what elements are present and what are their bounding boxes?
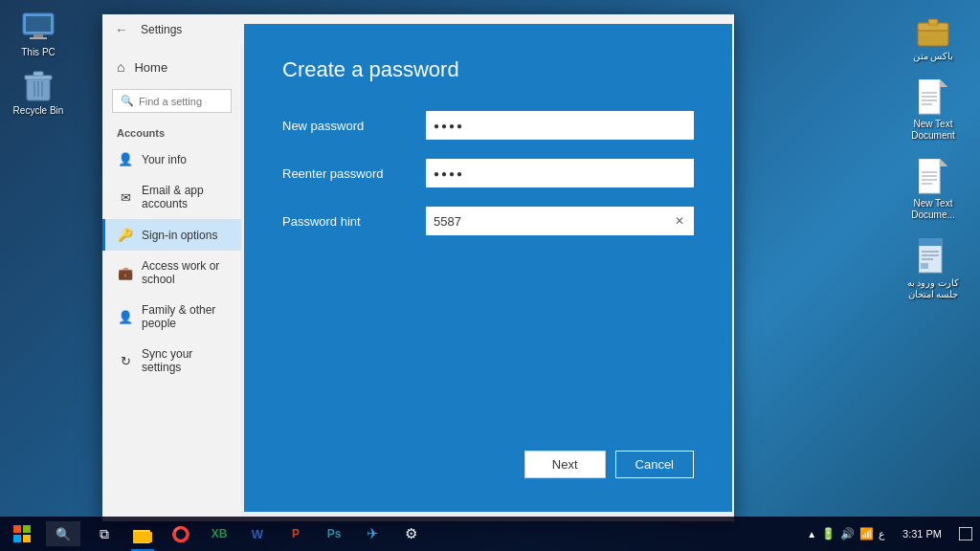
exam-card-icon[interactable]: کارت ورود به جلسه امتحان	[896, 234, 970, 304]
home-label: Home	[134, 60, 167, 75]
taskbar-settings-app[interactable]: ⚙	[391, 517, 430, 551]
new-password-label: New password	[282, 119, 426, 133]
sync-icon: ↻	[117, 354, 134, 368]
svg-rect-41	[959, 527, 972, 540]
reenter-password-label: Reenter password	[282, 166, 426, 181]
file-explorer-icon	[133, 524, 152, 543]
dialog-buttons: Next Cancel	[282, 451, 694, 478]
back-button[interactable]: ←	[110, 18, 133, 41]
svg-rect-5	[25, 76, 52, 79]
taskbar-ps[interactable]: Ps	[315, 517, 353, 551]
sidebar-search[interactable]: 🔍	[112, 89, 232, 113]
your-info-icon: 👤	[117, 152, 134, 166]
sign-in-icon: 🔑	[117, 228, 134, 242]
create-password-dialog: Create a password New password ●●●● Reen…	[244, 24, 732, 512]
taskbar-search-icon: 🔍	[56, 527, 71, 541]
password-hint-label: Password hint	[282, 214, 426, 229]
next-button[interactable]: Next	[524, 451, 606, 478]
svg-rect-1	[26, 16, 51, 32]
taskbar-word[interactable]: W	[238, 517, 277, 551]
dialog-title: Create a password	[282, 57, 694, 82]
text-doc-2-icon[interactable]: New Text Docume...	[896, 155, 970, 225]
taskbar-task-view[interactable]: ⧉	[85, 517, 123, 551]
taskbar-right: ▲ 🔋 🔊 📶 ع 3:31 PM	[799, 517, 980, 551]
text-doc-1-label: New Text Document	[900, 119, 967, 142]
start-button[interactable]	[0, 517, 44, 551]
new-password-input[interactable]: ●●●●	[426, 111, 694, 140]
reenter-password-group: Reenter password ●●●●	[282, 159, 694, 187]
hint-clear-button[interactable]: ✕	[670, 212, 689, 230]
desktop-icons-left: This PC Recycle Bin	[10, 10, 67, 117]
sidebar-item-sync-settings[interactable]: ↻ Sync your settings	[102, 339, 241, 383]
windows-logo-icon	[13, 525, 31, 542]
svg-rect-35	[23, 525, 31, 533]
reenter-password-input[interactable]: ●●●●	[426, 159, 694, 187]
svg-rect-3	[30, 37, 47, 39]
sidebar-item-sign-in-options[interactable]: 🔑 Sign-in options	[102, 219, 241, 251]
search-input[interactable]	[139, 96, 223, 107]
settings-title: Settings	[141, 23, 182, 36]
cancel-button[interactable]: Cancel	[615, 451, 694, 478]
svg-rect-6	[33, 72, 43, 76]
volume-icon: 🔊	[840, 527, 855, 540]
lang-icon: ع	[879, 528, 885, 540]
sidebar-item-email-app-accounts[interactable]: ✉ Email & app accounts	[102, 175, 241, 219]
sidebar-item-home[interactable]: ⌂ Home	[102, 50, 241, 84]
notification-icon	[959, 527, 972, 540]
text-doc-1-icon[interactable]: New Text Document	[896, 76, 970, 145]
svg-rect-40	[133, 532, 152, 542]
recycle-bin-icon[interactable]: Recycle Bin	[10, 68, 67, 117]
family-label: Family & other people	[142, 303, 227, 330]
taskbar-apps: ⧉ ⭕ XB W P Ps ✈ ⚙	[85, 517, 430, 551]
recycle-bin-label: Recycle Bin	[13, 105, 64, 117]
home-icon: ⌂	[117, 59, 124, 75]
reenter-password-dots: ●●●●	[434, 168, 464, 179]
sync-label: Sync your settings	[142, 347, 227, 374]
svg-rect-37	[23, 535, 31, 542]
svg-rect-34	[13, 525, 21, 533]
taskbar-search[interactable]: 🔍	[46, 521, 80, 546]
svg-rect-33	[921, 263, 928, 269]
email-icon: ✉	[117, 190, 134, 205]
work-icon: 💼	[117, 266, 134, 280]
exam-card-label: کارت ورود به جلسه امتحان	[900, 277, 967, 300]
recycle-bin-image	[21, 68, 56, 102]
sign-in-label: Sign-in options	[142, 229, 217, 242]
email-label: Email & app accounts	[142, 184, 227, 210]
battery-icon: 🔋	[821, 527, 835, 540]
your-info-label: Your info	[142, 153, 187, 166]
password-hint-group: Password hint ✕	[282, 207, 694, 235]
taskbar-clock[interactable]: 3:31 PM	[893, 517, 951, 551]
taskbar-opera[interactable]: ⭕	[162, 517, 200, 551]
box-label: باکس متن	[913, 51, 954, 62]
search-icon: 🔍	[121, 95, 134, 107]
svg-marker-16	[940, 79, 947, 87]
work-label: Access work or school	[142, 259, 227, 286]
notification-button[interactable]	[951, 517, 980, 551]
taskbar-system-tray[interactable]: ▲ 🔋 🔊 📶 ع	[799, 517, 893, 551]
taskbar-telegram[interactable]: ✈	[353, 517, 391, 551]
svg-rect-2	[33, 34, 43, 37]
tray-arrow-icon: ▲	[807, 529, 816, 540]
password-hint-wrapper: ✕	[426, 207, 694, 235]
this-pc-label: This PC	[21, 47, 56, 58]
svg-rect-29	[919, 238, 942, 246]
this-pc-image	[21, 10, 56, 44]
taskbar-pp[interactable]: P	[277, 517, 315, 551]
accounts-section-title: Accounts	[102, 118, 241, 143]
clock-time: 3:31 PM	[902, 527, 942, 540]
password-hint-input[interactable]	[426, 207, 670, 235]
sidebar-item-family-other-people[interactable]: 👤 Family & other people	[102, 295, 241, 339]
box-desktop-icon[interactable]: باکس متن	[896, 10, 970, 66]
svg-rect-36	[13, 535, 21, 542]
text-doc-2-label: New Text Docume...	[900, 198, 967, 221]
new-password-group: New password ●●●●	[282, 111, 694, 140]
network-icon: 📶	[859, 527, 874, 540]
taskbar-file-explorer[interactable]	[123, 517, 162, 551]
taskbar-xb[interactable]: XB	[200, 517, 238, 551]
sidebar-item-your-info[interactable]: 👤 Your info	[102, 143, 241, 175]
svg-rect-13	[929, 23, 937, 27]
sidebar-item-access-work-school[interactable]: 💼 Access work or school	[102, 251, 241, 295]
sidebar: ⌂ Home 🔍 Accounts 👤 Your info ✉ Email & …	[102, 45, 241, 521]
this-pc-icon[interactable]: This PC	[10, 10, 67, 58]
